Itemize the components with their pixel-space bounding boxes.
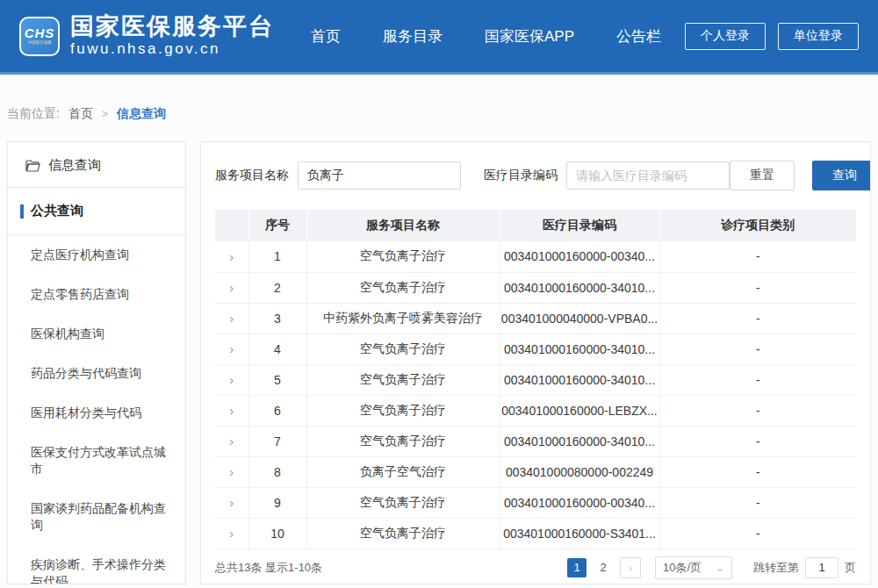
logo-text: 国家医保服务平台 fuwu.nhsa.gov.cn [70,14,274,59]
service-name-label: 服务项目名称 [215,168,289,183]
expand-cell[interactable]: › [215,272,248,303]
sidebar: 信息查询 公共查询 定点医疗机构查询定点零售药店查询医保机构查询药品分类与代码查… [7,141,186,584]
service-name-cell: 负离子空气治疗 [306,456,500,487]
breadcrumb-separator-icon: > [102,108,108,120]
section-accent-bar [20,204,24,219]
table-row: › 10 空气负离子治疗 003401000160000-S3401... - [215,518,856,549]
sidebar-section-public-query[interactable]: 公共查询 [8,188,185,235]
site-title: 国家医保服务平台 [70,14,274,39]
catalog-code-label: 医疗目录编码 [484,168,558,183]
sidebar-item[interactable]: 医保机构查询 [8,314,185,354]
expand-column-header [215,210,248,241]
service-name-cell: 空气负离子治疗 [306,487,500,518]
site-header: CHS 中国医疗保障 国家医保服务平台 fuwu.nhsa.gov.cn 首页服… [0,0,878,75]
page-button[interactable]: 1 [567,558,587,577]
expand-cell[interactable]: › [215,303,248,333]
sidebar-menu: 定点医疗机构查询定点零售药店查询医保机构查询药品分类与代码查询医用耗材分类与代码… [8,235,185,584]
row-index: 4 [248,333,306,364]
category-cell: - [659,364,856,395]
table-row: › 1 空气负离子治疗 003401000160000-00340... - [215,241,856,272]
sidebar-title: 信息查询 [8,142,185,188]
category-cell: - [659,395,856,426]
catalog-code-cell: 003401000080000-002249 [500,456,659,487]
category-cell: - [659,518,856,549]
category-cell: - [659,303,856,333]
expand-cell[interactable]: › [215,426,248,456]
table-row: › 6 空气负离子治疗 003401000160000-LEBZX... - [215,395,856,426]
jump-page-input[interactable] [805,557,838,578]
unit-login-button[interactable]: 单位登录 [778,23,859,50]
catalog-code-cell: 003401000160000-34010... [500,364,659,395]
nav-item[interactable]: 国家医保APP [485,26,574,47]
table-row: › 8 负离子空气治疗 003401000080000-002249 - [215,456,856,487]
service-name-cell: 中药紫外负离子喷雾美容治疗 [306,303,500,333]
chs-logo-icon: CHS 中国医疗保障 [19,17,60,56]
reset-button[interactable]: 重置 [730,161,795,190]
next-page-button[interactable]: › [620,557,641,578]
logo-badge-text: CHS [25,26,55,39]
service-name-cell: 空气负离子治疗 [306,364,500,395]
table-row: › 2 空气负离子治疗 003401000160000-34010... - [215,272,856,303]
content-area: 信息查询 公共查询 定点医疗机构查询定点零售药店查询医保机构查询药品分类与代码查… [7,141,871,584]
site-domain: fuwu.nhsa.gov.cn [70,39,274,59]
chevron-down-icon: ⌄ [716,563,724,572]
personal-login-button[interactable]: 个人登录 [685,23,766,50]
catalog-code-cell: 003401000160000-34010... [500,333,659,364]
expand-cell[interactable]: › [215,395,248,426]
expand-cell[interactable]: › [215,487,248,518]
expand-row-icon: › [229,280,234,295]
catalog-code-input[interactable] [566,161,730,190]
expand-row-icon: › [229,403,234,418]
expand-cell[interactable]: › [215,241,248,272]
sidebar-item[interactable]: 定点医疗机构查询 [8,235,185,275]
search-bar: 服务项目名称 医疗目录编码 重置 查询 [215,161,856,190]
sidebar-item[interactable]: 药品分类与代码查询 [8,354,185,393]
nav-item[interactable]: 首页 [311,26,341,47]
expand-cell[interactable]: › [215,364,248,395]
expand-row-icon: › [229,526,234,541]
table-row: › 4 空气负离子治疗 003401000160000-34010... - [215,333,856,364]
row-index: 6 [248,395,306,426]
query-button[interactable]: 查询 [812,161,871,190]
logo-badge-subtext: 中国医疗保障 [28,39,52,45]
page-size-select[interactable]: 10条/页 ⌄ [655,556,732,579]
table-footer: 总共13条 显示1-10条 12 › 10条/页 ⌄ 跳转至第 页 [215,549,856,584]
service-name-input[interactable] [298,161,461,190]
catalog-code-cell: 003401000160000-00340... [500,487,659,518]
category-cell: - [659,272,856,303]
jump-suffix-label: 页 [845,560,856,576]
page-jump: 跳转至第 页 [753,557,856,578]
breadcrumb-home-link[interactable]: 首页 [68,106,93,122]
expand-cell[interactable]: › [215,518,248,549]
category-cell: - [659,426,856,456]
page-button[interactable]: 2 [594,558,613,577]
site-logo[interactable]: CHS 中国医疗保障 国家医保服务平台 fuwu.nhsa.gov.cn [19,14,274,59]
table-row: › 7 空气负离子治疗 003401000160000-34010... - [215,426,856,456]
nav-item[interactable]: 公告栏 [616,26,661,47]
expand-cell[interactable]: › [215,456,248,487]
nav-item[interactable]: 服务目录 [383,26,443,47]
sidebar-item[interactable]: 医保支付方式改革试点城市 [8,433,185,489]
results-table: 序号 服务项目名称 医疗目录编码 诊疗项目类别 › 1 空气负离子治疗 0034… [215,210,856,549]
expand-row-icon: › [229,311,234,326]
service-name-cell: 空气负离子治疗 [306,272,500,303]
breadcrumb: 当前位置: 首页 > 信息查询 [7,106,871,122]
chevron-right-icon: › [629,561,633,575]
table-row: › 5 空气负离子治疗 003401000160000-34010... - [215,364,856,395]
sidebar-item[interactable]: 定点零售药店查询 [8,275,185,314]
service-name-cell: 空气负离子治疗 [306,241,500,272]
sidebar-item[interactable]: 国家谈判药品配备机构查询 [8,489,185,545]
table-header-row: 序号 服务项目名称 医疗目录编码 诊疗项目类别 [215,210,856,241]
jump-prefix-label: 跳转至第 [753,560,799,576]
sidebar-item[interactable]: 医用耗材分类与代码 [8,393,185,433]
row-index: 10 [248,518,306,549]
main-nav: 首页服务目录国家医保APP公告栏 [311,26,661,47]
row-index: 9 [248,487,306,518]
service-name-cell: 空气负离子治疗 [306,426,500,456]
row-index: 7 [248,426,306,456]
column-header-no: 序号 [248,210,306,241]
sidebar-item[interactable]: 疾病诊断、手术操作分类与代码 [8,545,185,584]
catalog-code-cell: 003401000040000-VPBA0... [500,303,659,333]
table-body: › 1 空气负离子治疗 003401000160000-00340... - ›… [215,241,856,549]
expand-cell[interactable]: › [215,333,248,364]
